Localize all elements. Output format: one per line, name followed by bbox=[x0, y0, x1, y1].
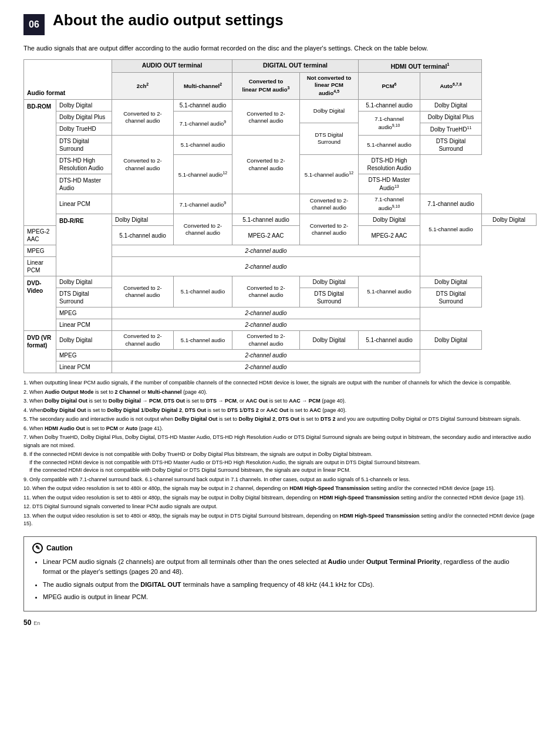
footnote-6: 6. When HDMI Audio Out is set to PCM or … bbox=[23, 425, 537, 433]
col-pcm: PCM6 bbox=[359, 72, 420, 99]
footnote-8: 8. If the connected HDMI device is not c… bbox=[23, 451, 537, 475]
page-number: 50 bbox=[23, 619, 31, 627]
chapter-badge: 06 bbox=[23, 14, 45, 35]
page-title: About the audio output settings bbox=[53, 12, 284, 29]
hdmi-out-header: HDMI OUT terminal1 bbox=[359, 59, 482, 72]
caution-label: Caution bbox=[46, 544, 73, 552]
footnote-1: 1. When outputting linear PCM audio sign… bbox=[23, 379, 537, 387]
audio-format-header: Audio format bbox=[24, 59, 112, 99]
col-converted-pcm: Converted tolinear PCM audio3 bbox=[232, 72, 300, 99]
footnote-9: 9. Only compatible with 7.1-channel surr… bbox=[23, 476, 537, 484]
table-row: Linear PCM 2-channel audio bbox=[24, 361, 537, 373]
digital-out-header: DIGITAL OUT terminal bbox=[232, 59, 359, 72]
table-row: MPEG 2-channel audio bbox=[24, 307, 537, 319]
footnote-5: 5. The secondary audio and interactive a… bbox=[23, 415, 537, 424]
table-row: MPEG 2-channel audio bbox=[24, 350, 537, 361]
col-multichannel: Multi-channel2 bbox=[174, 72, 232, 99]
footnote-3: 3. When Dolby Digital Out is set to Dolb… bbox=[23, 397, 537, 405]
table-row: Linear PCM 2-channel audio bbox=[24, 319, 537, 331]
caution-icon: ✎ bbox=[32, 543, 43, 553]
footnote-11: 11. When the output video resolution is … bbox=[23, 494, 537, 502]
table-row: DTS DigitalSurround Converted to 2-chann… bbox=[24, 136, 537, 155]
footnote-10: 10. When the output video resolution is … bbox=[23, 485, 537, 493]
table-row: Linear PCM 7.1-channel audio9 Converted … bbox=[24, 194, 537, 214]
audio-out-header: AUDIO OUT terminal bbox=[112, 59, 232, 72]
intro-text: The audio signals that are output differ… bbox=[23, 43, 537, 53]
footnotes-section: 1. When outputting linear PCM audio sign… bbox=[23, 379, 537, 528]
footnote-2: 2. When Audio Output Mode is set to 2 Ch… bbox=[23, 388, 537, 397]
lang-label: En bbox=[33, 620, 40, 626]
col-auto: Auto6,7,8 bbox=[420, 72, 482, 99]
table-row: DVD (VRformat) Dolby Digital Converted t… bbox=[24, 331, 537, 350]
table-row: BD-R/RE Dolby Digital Converted to 2-cha… bbox=[24, 214, 537, 226]
col-2ch: 2ch2 bbox=[112, 72, 174, 99]
footnote-4: 4. WhenDolby Digital Out is set to Dolby… bbox=[23, 407, 537, 415]
caution-box: ✎ Caution Linear PCM audio signals (2 ch… bbox=[23, 536, 537, 611]
caution-item-3: MPEG audio is output in linear PCM. bbox=[43, 592, 528, 603]
caution-title: ✎ Caution bbox=[32, 543, 528, 553]
caution-item-2: The audio signals output from the DIGITA… bbox=[43, 580, 528, 590]
table-row: BD-ROM Dolby Digital Converted to 2-chan… bbox=[24, 99, 537, 111]
footnote-7: 7. When Dolby TrueHD, Dolby Digital Plus… bbox=[23, 434, 537, 450]
caution-item-1: Linear PCM audio signals (2 channels) ar… bbox=[43, 557, 528, 577]
footnote-13: 13. When the output video resolution is … bbox=[23, 512, 537, 528]
table-row: DVD-Video Dolby Digital Converted to 2-c… bbox=[24, 276, 537, 288]
caution-list: Linear PCM audio signals (2 channels) ar… bbox=[32, 557, 528, 603]
footnote-12: 12. DTS Digital Surround signals convert… bbox=[23, 503, 537, 511]
col-not-converted: Not converted tolinear PCMaudio4,5 bbox=[300, 72, 359, 99]
page-header: 06 About the audio output settings bbox=[23, 12, 537, 35]
audio-table: Audio format AUDIO OUT terminal DIGITAL … bbox=[23, 59, 537, 374]
